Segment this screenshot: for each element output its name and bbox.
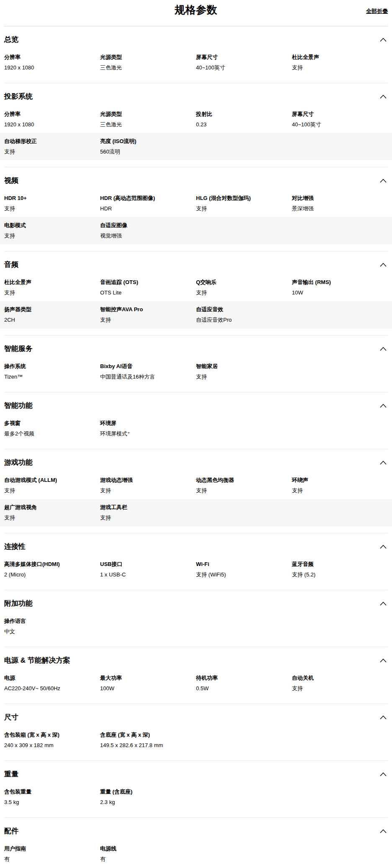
spec-sections: 总览 分辨率 1920 x 1080 光源类型 三色激光 屏幕尺寸 40~100… — [4, 26, 388, 868]
spec-value: 最多2个视频 — [4, 430, 92, 437]
spec-value: 支持 — [292, 487, 380, 494]
chevron-up-icon[interactable] — [379, 403, 387, 408]
spec-value: 支持 — [4, 205, 92, 212]
spec-row: 用户指南 有 电源线 有 — [0, 840, 392, 868]
spec-item: 屏幕尺寸 40~100英寸 — [196, 54, 292, 71]
spec-label: 待机功率 — [196, 675, 284, 681]
spec-label: 自适应音效 — [196, 306, 284, 313]
chevron-up-icon[interactable] — [379, 94, 387, 99]
spec-label: 对比增强 — [292, 195, 380, 202]
section-header[interactable]: 智能功能 — [4, 392, 388, 415]
spec-item: 电源 AC220-240V~ 50/60Hz — [4, 675, 100, 692]
spec-value: 支持 — [4, 233, 92, 239]
section-header[interactable]: 附加功能 — [4, 590, 388, 613]
section-title: 电源 & 节能解决方案 — [4, 656, 70, 665]
spec-item: 环绕声 支持 — [292, 477, 388, 494]
chevron-up-icon[interactable] — [379, 262, 387, 267]
section-header[interactable]: 重量 — [4, 761, 388, 784]
spec-item: 最大功率 100W — [100, 675, 196, 692]
spec-label: 投射比 — [196, 111, 284, 118]
spec-value: 100W — [100, 685, 188, 692]
section-rows: 操作系统 Tizen™ Bixby AI语音 中国普通话及16种方言 智能家居 … — [4, 358, 388, 385]
section-title: 连接性 — [4, 543, 26, 551]
section-rows: HDR 10+ 支持 HDR (高动态范围图像) HDR HLG (混合对数型伽… — [4, 190, 388, 244]
spec-row: HDR 10+ 支持 HDR (高动态范围图像) HDR HLG (混合对数型伽… — [0, 190, 392, 217]
page-header: 规格参数 全部折叠 — [4, 0, 388, 26]
spec-value: 10W — [292, 289, 380, 296]
chevron-up-icon[interactable] — [379, 37, 387, 42]
spec-value: 2.3 kg — [100, 799, 188, 806]
spec-label: 蓝牙音频 — [292, 561, 380, 568]
spec-value: 支持 — [4, 487, 92, 494]
section-header[interactable]: 音频 — [4, 251, 388, 274]
spec-value: 1 x USB-C — [100, 571, 188, 578]
spec-value: 视觉增强 — [100, 233, 188, 239]
spec-label: 屏幕尺寸 — [292, 111, 380, 118]
section-header[interactable]: 连接性 — [4, 533, 388, 556]
spec-item: HLG (混合对数型伽玛) 支持 — [196, 195, 292, 212]
spec-value: 支持 — [4, 149, 92, 155]
spec-label: 自动梯形校正 — [4, 138, 92, 145]
chevron-up-icon[interactable] — [379, 544, 387, 549]
section-header[interactable]: 智能服务 — [4, 335, 388, 358]
spec-value: 有 — [4, 856, 92, 863]
spec-label: 动态黑色均衡器 — [196, 477, 284, 484]
spec-value: 自适应音效Pro — [196, 317, 284, 323]
spec-value: 中国普通话及16种方言 — [100, 374, 188, 380]
spec-value: 支持 — [196, 374, 284, 380]
spec-value: 支持 — [100, 515, 188, 521]
chevron-up-icon[interactable] — [379, 658, 387, 663]
spec-value: 支持 — [4, 289, 92, 296]
spec-label: Q交响乐 — [196, 279, 284, 286]
section-title: 视频 — [4, 177, 18, 185]
spec-label: 含包装箱 (宽 x 高 x 深) — [4, 732, 92, 738]
page-title: 规格参数 — [4, 0, 388, 17]
spec-value: 1920 x 1080 — [4, 64, 92, 71]
section-rows: 自动游戏模式 (ALLM) 支持 游戏动态增强 支持 动态黑色均衡器 支持 环绕… — [4, 472, 388, 526]
spec-item: 含包装重量 3.5 kg — [4, 789, 100, 806]
section-rows: 含包装箱 (宽 x 高 x 深) 240 x 309 x 182 mm 含底座 … — [4, 727, 388, 754]
spec-item: 杜比全景声 支持 — [4, 279, 100, 296]
collapse-all-link[interactable]: 全部折叠 — [366, 8, 388, 15]
chevron-up-icon[interactable] — [379, 829, 387, 834]
spec-label: 含包装重量 — [4, 789, 92, 795]
spec-row: 高清多媒体接口(HDMI) 2 (Micro) USB接口 1 x USB-C … — [0, 556, 392, 583]
spec-item: 操作系统 Tizen™ — [4, 363, 100, 380]
chevron-up-icon[interactable] — [379, 772, 387, 777]
spec-value: 1920 x 1080 — [4, 121, 92, 128]
spec-label: 超广游戏视角 — [4, 504, 92, 511]
spec-value: 支持 — [100, 487, 188, 494]
chevron-up-icon[interactable] — [379, 178, 387, 183]
spec-item: 游戏工具栏 支持 — [100, 504, 196, 521]
section-header[interactable]: 视频 — [4, 167, 388, 190]
section-header[interactable]: 游戏功能 — [4, 449, 388, 472]
section-header[interactable]: 总览 — [4, 26, 388, 49]
spec-label: 自动关机 — [292, 675, 380, 681]
spec-label: 重量 (含底座) — [100, 789, 188, 795]
spec-label: 最大功率 — [100, 675, 188, 681]
chevron-up-icon[interactable] — [379, 346, 387, 351]
spec-value: 2 (Micro) — [4, 571, 92, 578]
spec-label: 光源类型 — [100, 111, 188, 118]
section-header[interactable]: 尺寸 — [4, 704, 388, 727]
section-header[interactable]: 投影系统 — [4, 83, 388, 106]
section-rows: 多视窗 最多2个视频 环境屏 环境屏模式⁺ — [4, 415, 388, 442]
section-header[interactable]: 配件 — [4, 818, 388, 840]
spec-item: 操作语言 中文 — [4, 618, 100, 635]
section-rows: 操作语言 中文 — [4, 613, 388, 640]
section-header[interactable]: 电源 & 节能解决方案 — [4, 647, 388, 670]
spec-value: AC220-240V~ 50/60Hz — [4, 685, 92, 692]
section-rows: 分辨率 1920 x 1080 光源类型 三色激光 投射比 0.23 屏幕尺寸 … — [4, 106, 388, 160]
spec-value: 三色激光 — [100, 64, 188, 71]
spec-item: 自动梯形校正 支持 — [4, 138, 100, 155]
spec-value: 支持 — [196, 205, 284, 212]
spec-item: 屏幕尺寸 40~100英寸 — [292, 111, 388, 128]
spec-item: 含底座 (宽 x 高 x 深) 149.5 x 282.6 x 217.8 mm — [100, 732, 196, 749]
spec-label: Bixby AI语音 — [100, 363, 188, 370]
spec-label: 环绕声 — [292, 477, 380, 484]
chevron-up-icon[interactable] — [379, 715, 387, 720]
chevron-up-icon[interactable] — [379, 601, 387, 606]
chevron-up-icon[interactable] — [379, 460, 387, 465]
spec-label: 高清多媒体接口(HDMI) — [4, 561, 92, 568]
section-title: 投影系统 — [4, 92, 33, 101]
